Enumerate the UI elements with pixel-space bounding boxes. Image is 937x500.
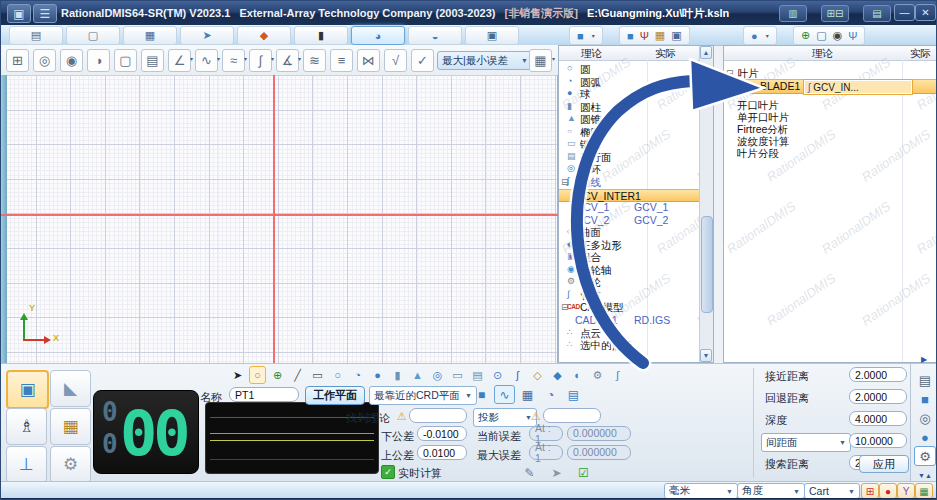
sphere-fit-icon[interactable]: ◉ [60,49,83,72]
dropdown-arrow-icon[interactable]: ▾ [217,55,220,62]
ribbon-tab[interactable]: ▤ [9,26,63,45]
pipe-icon[interactable]: ∫ [609,366,626,384]
realtime-checkbox[interactable]: ✓ [381,465,395,479]
projection-input[interactable] [543,408,601,423]
ring-icon[interactable]: ⊙ [489,366,506,384]
displays-icon[interactable]: ⊞⊟ [821,5,849,22]
param-input[interactable] [849,389,907,404]
curve-icon[interactable]: ʃ [509,366,526,384]
tree-item[interactable]: ⚙齿轮 [559,276,700,289]
feature-tree-header[interactable]: 理论 实际 [559,46,713,61]
devices-icon[interactable]: ▤ [863,5,891,22]
cylinder-icon[interactable]: ▮ [389,366,406,384]
ribbon-tab[interactable]: ▣ [465,26,519,45]
ribbon-tab[interactable]: ◒ [408,26,462,45]
tree-item[interactable]: ∴点云 [559,327,700,340]
slot-icon[interactable]: ▭ [449,366,466,384]
error-mode-combo[interactable]: 最大|最小误差▼ [437,51,533,70]
select-box-icon[interactable]: ▢ [114,49,137,72]
tree-item[interactable]: ⊟ʃ曲线 [559,176,700,189]
param-input[interactable] [849,411,907,426]
view-eye-icon[interactable]: ◑ [87,49,110,72]
torus-icon[interactable]: ◎ [429,366,446,384]
machine-setup-icon[interactable]: ⚙ [50,446,91,483]
tree-item[interactable]: ◔圆弧 [559,76,700,89]
projection-combo[interactable]: 投影▼ [473,408,537,427]
tree-item[interactable]: ⊟CADCAD模型 [559,301,700,314]
tree-item[interactable]: 开口叶片 [724,99,937,112]
probe-y-icon[interactable]: Ψ [640,30,649,42]
scan-lines-icon[interactable]: ≡ [330,49,353,72]
crd-plane-combo[interactable]: 最靠近的CRD平面▼ [369,386,477,405]
expand-right-icon[interactable]: ▶ [917,355,931,365]
controller-icon[interactable]: ▥ [779,5,807,22]
tree-item[interactable]: ◉凸轮轴 [559,264,700,277]
snapshot-icon[interactable]: ▤ [141,49,164,72]
probe-icon[interactable]: ♗ [6,408,47,445]
feature-tree-scrollbar[interactable]: ▲ ▼ [699,46,713,362]
tree-item[interactable]: CADM_1RD.IGS [559,314,700,327]
joystick-icon[interactable]: Y [897,483,915,499]
model-cube-icon[interactable]: ■ [577,30,584,42]
dropdown-arrow-icon[interactable]: ▾ [271,55,274,62]
find-theory-input[interactable] [409,408,467,423]
tree-item[interactable]: 单开口叶片 [724,111,937,124]
tree-item[interactable]: ◆正多边形 [559,239,700,252]
surface-icon[interactable]: ◇ [529,366,546,384]
parallel-planes-icon[interactable]: ▤ [469,366,486,384]
workplane-button[interactable]: 工作平面 [305,386,365,405]
frame-icon[interactable]: ▢ [816,29,826,42]
io-grid-icon[interactable]: ▦ [915,483,933,499]
units-combo[interactable]: 毫米▼ [664,483,738,499]
pick-probe-icon[interactable]: ➤ [229,366,246,384]
compensate-icon[interactable]: √ [384,49,407,72]
ribbon-tab[interactable]: ◆ [237,26,291,45]
zoom-icon[interactable]: ◎ [914,408,936,428]
measure-line-icon[interactable]: ∿ [195,49,218,72]
ribbon-tab[interactable]: ▢ [66,26,120,45]
position-icon[interactable]: ⊞ [861,483,879,499]
graph-view-icon[interactable]: ∿ [494,385,515,404]
edit-report-icon[interactable]: ✎ [519,463,540,482]
scroll-up-icon[interactable]: ▲ [700,46,712,59]
ribbon-tab[interactable]: ▮ [294,26,348,45]
cube-small-icon[interactable]: ■ [627,30,634,42]
scroll-down-icon[interactable]: ▼ [700,349,712,362]
minimize-button[interactable]: — [894,4,915,21]
app-logo-icon[interactable]: ▣ [7,4,31,23]
tree-item[interactable]: ◎圆环 [559,163,700,176]
ribbon-tab[interactable]: ▦ [123,26,177,45]
table-view-icon[interactable]: ▦ [517,385,538,404]
dropdown-arrow-icon[interactable]: ▾ [552,55,555,62]
cube-list-icon[interactable]: ▤ [563,385,584,404]
scroll-thumb[interactable] [701,216,713,313]
plane-icon[interactable]: ▭ [309,366,326,384]
print-icon[interactable]: ▤ [914,370,936,390]
tree-item[interactable]: Firtree分析 [724,123,937,136]
close-button[interactable]: ✕ [915,4,936,21]
tree-item[interactable]: ▮圆柱 [559,101,700,114]
camera-icon[interactable]: ◉ [833,29,843,42]
probe-small-icon[interactable]: ➤ [546,463,567,482]
estop-icon[interactable]: ● [879,483,897,499]
grid-settings-icon[interactable]: ▦ [529,49,552,72]
tree-item[interactable]: GCV_1GCV_1 [559,201,700,214]
line-icon[interactable]: ╱ [289,366,306,384]
param-input[interactable] [849,367,907,382]
tree-item[interactable]: ◇曲面 [559,226,700,239]
cube-ruler-icon[interactable]: ■ [471,385,492,404]
align-icon[interactable]: ⊞ [6,49,29,72]
tree-item[interactable]: ▲圆锥 [559,113,700,126]
zoom-region-icon[interactable]: ◎ [33,49,56,72]
name-input[interactable] [229,387,299,402]
tree-item[interactable]: ∴选中的点云 [559,339,700,352]
probe-touch-icon[interactable]: ∠ [168,49,191,72]
upper-tol-input[interactable] [417,445,467,460]
gear-icon[interactable]: ⚙ [589,366,606,384]
measure-arc-icon[interactable]: ≈ [222,49,245,72]
probe-blue-icon[interactable]: ● [914,427,936,447]
arc-icon[interactable]: ◔ [349,366,366,384]
tree-item[interactable]: GCV_2GCV_2 [559,214,700,227]
arc-probe-icon[interactable]: ◔ [540,385,561,404]
view-sphere-icon[interactable]: ● [751,30,758,42]
